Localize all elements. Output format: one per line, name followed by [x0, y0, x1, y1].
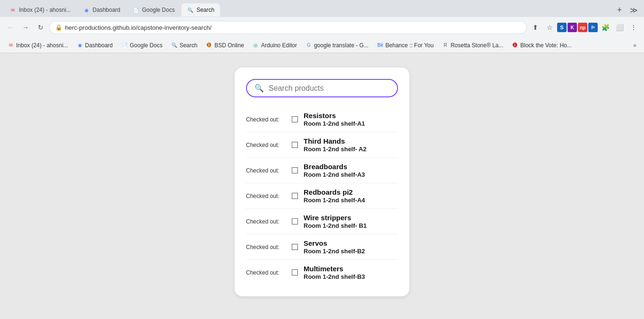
bookmark-label: Search: [179, 42, 197, 49]
inventory-card: 🔍 Checked out: Resistors Room 1-2nd shel…: [235, 68, 409, 296]
tab-label: Inbox (24) - ahosni...: [19, 7, 71, 13]
checked-out-label: Checked out:: [246, 116, 286, 123]
bookmark-label: Block the Vote: Ho...: [520, 42, 572, 49]
product-location: Room 1-2nd shelf-A1: [304, 120, 398, 127]
bookmark-item[interactable]: 📄Google Docs: [118, 40, 166, 51]
browser-tab[interactable]: ◉Dashboard: [77, 3, 126, 17]
product-item: Checked out: Wire strippers Room 1-2nd s…: [246, 209, 398, 234]
url-text: herc-productions.github.io/capstone-inve…: [65, 24, 212, 31]
product-name: Wire strippers: [304, 214, 398, 222]
checkout-checkbox[interactable]: [292, 142, 298, 148]
bookmark-item[interactable]: 🅑Block the Vote: Ho...: [508, 40, 576, 51]
bookmark-favicon: ✉: [8, 42, 14, 49]
tab-favicon: ✉: [9, 7, 16, 13]
product-name: Redboards pi2: [304, 188, 398, 196]
bookmark-item[interactable]: RRosetta Stone® La...: [438, 40, 507, 51]
bookmark-favicon: 🅑: [206, 42, 212, 49]
product-item: Checked out: Redboards pi2 Room 1-2nd sh…: [246, 183, 398, 209]
bookmarks-bar: ✉Inbox (24) - ahosni...◉Dashboard📄Google…: [0, 38, 644, 53]
checked-out-label: Checked out:: [246, 142, 286, 148]
product-location: Room 1-2nd shelf-A3: [304, 171, 398, 178]
bookmark-button[interactable]: ☆: [543, 21, 556, 34]
product-item: Checked out: Servos Room 1-2nd shelf-B2: [246, 234, 398, 260]
checkout-checkbox[interactable]: [292, 269, 298, 276]
ext-icon-flag: 🏳: [588, 23, 598, 32]
tab-label: Google Docs: [142, 7, 175, 13]
browser-tab[interactable]: 📄Google Docs: [127, 3, 180, 17]
bookmark-item[interactable]: ◉Dashboard: [73, 40, 117, 51]
extensions-button[interactable]: 🧩: [599, 21, 612, 34]
checked-out-label: Checked out:: [246, 167, 286, 174]
product-location: Room 1-2nd shelf- B1: [304, 222, 398, 229]
ext-icon-np: np: [578, 23, 587, 32]
tab-label: Search: [196, 7, 214, 13]
bookmark-label: BSD Online: [214, 42, 244, 49]
bookmark-label: Behance :: For You: [385, 42, 433, 49]
search-input[interactable]: [269, 84, 390, 93]
search-box[interactable]: 🔍: [246, 79, 398, 97]
tab-label: Dashboard: [93, 7, 120, 13]
product-info: Breadboards Room 1-2nd shelf-A3: [304, 163, 398, 178]
fullscreen-button[interactable]: ⬜: [613, 21, 626, 34]
bookmark-item[interactable]: ◎Arduino Editor: [249, 40, 301, 51]
checked-out-label: Checked out:: [246, 244, 286, 250]
product-name: Resistors: [304, 112, 398, 120]
product-item: Checked out: Third Hands Room 1-2nd shel…: [246, 132, 398, 158]
bookmark-item[interactable]: 🔍Search: [167, 40, 201, 51]
tab-bar: ✉Inbox (24) - ahosni...◉Dashboard📄Google…: [0, 0, 644, 17]
product-name: Servos: [304, 239, 398, 247]
product-name: Multimeters: [304, 265, 398, 273]
bookmark-favicon: 🔍: [171, 42, 178, 49]
product-location: Room 1-2nd shelf- A2: [304, 146, 398, 153]
address-bar[interactable]: 🔒 herc-productions.github.io/capstone-in…: [49, 21, 527, 34]
tab-favicon: 📄: [133, 7, 139, 13]
bookmark-item[interactable]: 🅑BSD Online: [202, 40, 248, 51]
bookmark-favicon: R: [442, 42, 449, 49]
nav-bar: ← → ↻ 🔒 herc-productions.github.io/capst…: [0, 17, 644, 38]
product-info: Redboards pi2 Room 1-2nd shelf-A4: [304, 188, 398, 204]
ext-icon-k: K: [568, 23, 577, 32]
skype-icon: S: [557, 23, 567, 32]
product-item: Checked out: Breadboards Room 1-2nd shel…: [246, 158, 398, 183]
tab-favicon: ◉: [83, 7, 90, 13]
tab-menu-button[interactable]: ≫: [627, 3, 640, 17]
checkout-checkbox[interactable]: [292, 167, 298, 173]
product-info: Resistors Room 1-2nd shelf-A1: [304, 112, 398, 127]
bookmark-item[interactable]: Ggoogle translate - G...: [302, 40, 372, 51]
share-button[interactable]: ⬆: [529, 21, 542, 34]
more-bookmarks-button[interactable]: »: [629, 41, 640, 50]
browser-tab[interactable]: 🔍Search: [181, 3, 220, 17]
search-icon: 🔍: [254, 84, 264, 93]
checkout-checkbox[interactable]: [292, 116, 298, 122]
checkout-checkbox[interactable]: [292, 193, 298, 199]
products-list: Checked out: Resistors Room 1-2nd shelf-…: [246, 107, 398, 285]
new-tab-button[interactable]: +: [613, 3, 626, 17]
bookmark-label: google translate - G...: [314, 42, 368, 49]
bookmark-label: Arduino Editor: [261, 42, 297, 49]
product-name: Third Hands: [304, 137, 398, 145]
bookmark-favicon: ◉: [76, 42, 83, 49]
bookmark-label: Dashboard: [85, 42, 113, 49]
product-location: Room 1-2nd shelf-B2: [304, 248, 398, 255]
main-content: 🔍 Checked out: Resistors Room 1-2nd shel…: [0, 53, 644, 319]
product-location: Room 1-2nd shelf-A4: [304, 197, 398, 204]
bookmark-favicon: G: [305, 42, 312, 49]
checked-out-label: Checked out:: [246, 193, 286, 199]
menu-button[interactable]: ⋮: [627, 21, 640, 34]
checked-out-label: Checked out:: [246, 269, 286, 276]
forward-button[interactable]: →: [19, 21, 32, 34]
bookmark-label: Inbox (24) - ahosni...: [16, 42, 68, 49]
checkout-checkbox[interactable]: [292, 218, 298, 224]
bookmark-item[interactable]: ✉Inbox (24) - ahosni...: [4, 40, 72, 51]
browser-tab[interactable]: ✉Inbox (24) - ahosni...: [4, 3, 76, 17]
checkout-checkbox[interactable]: [292, 244, 298, 250]
product-info: Multimeters Room 1-2nd shelf-B3: [304, 265, 398, 280]
bookmark-favicon: Bē: [377, 42, 383, 49]
checked-out-label: Checked out:: [246, 218, 286, 225]
bookmark-item[interactable]: BēBehance :: For You: [373, 40, 437, 51]
tab-favicon: 🔍: [187, 7, 194, 13]
reload-button[interactable]: ↻: [34, 21, 47, 34]
product-info: Servos Room 1-2nd shelf-B2: [304, 239, 398, 255]
bookmark-favicon: ◎: [253, 42, 259, 49]
back-button[interactable]: ←: [4, 21, 17, 34]
